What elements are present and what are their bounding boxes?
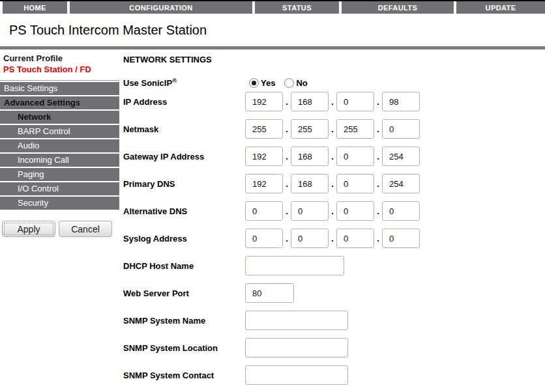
gateway-label: Gateway IP Address (123, 152, 245, 161)
octet-separator: . (283, 179, 291, 189)
use-sonicip-row: Use SonicIP® Yes No (123, 74, 545, 92)
registered-mark: ® (172, 77, 177, 84)
current-profile-value: PS Touch Station / FD (0, 64, 119, 74)
snmp-system-location-row: SNMP System Location (123, 338, 545, 357)
octet-separator: . (374, 179, 382, 189)
octet-separator: . (283, 234, 291, 244)
primary-dns-octet-1[interactable] (245, 174, 283, 193)
nav-home[interactable]: HOME (3, 1, 67, 14)
primary-dns-octet-4[interactable] (382, 174, 420, 193)
alternative-dns-octet-2[interactable] (291, 201, 329, 221)
dhcp-host-name-input[interactable] (245, 256, 344, 275)
octet-separator: . (374, 124, 382, 134)
sidebar-item-io-control[interactable]: I/O Control (0, 182, 119, 195)
syslog-octet-3[interactable] (336, 229, 374, 248)
top-nav: HOME CONFIGURATION STATUS DEFAULTS UPDAT… (0, 0, 545, 14)
sidebar: Current Profile PS Touch Station / FD Ba… (0, 49, 119, 237)
octet-separator: . (374, 152, 382, 161)
octet-separator: . (374, 234, 382, 244)
snmp-system-contact-label: SNMP System Contact (123, 371, 245, 380)
alternative-dns-row: Alternative DNS . . . (123, 201, 545, 221)
syslog-address-label: Syslog Address (123, 234, 245, 244)
alternative-dns-octet-4[interactable] (382, 201, 420, 221)
nav-defaults[interactable]: DEFAULTS (342, 1, 454, 14)
web-server-port-row: Web Server Port (123, 283, 545, 303)
octet-separator: . (283, 97, 291, 107)
octet-separator: . (329, 124, 336, 134)
gateway-row: Gateway IP Address . . . (123, 147, 545, 166)
sidebar-item-basic-settings[interactable]: Basic Settings (0, 82, 119, 95)
octet-separator: . (329, 179, 336, 189)
nav-configuration[interactable]: CONFIGURATION (70, 1, 252, 14)
primary-dns-row: Primary DNS . . . (123, 174, 545, 193)
gateway-octet-3[interactable] (336, 147, 374, 166)
netmask-octet-4[interactable] (382, 119, 420, 139)
nav-status[interactable]: STATUS (255, 1, 339, 14)
octet-separator: . (329, 97, 336, 107)
syslog-octet-4[interactable] (382, 229, 420, 248)
syslog-octet-2[interactable] (291, 229, 329, 248)
snmp-system-name-label: SNMP System Name (123, 316, 245, 326)
sonicip-no-label: No (296, 78, 307, 88)
dhcp-host-name-label: DHCP Host Name (123, 261, 245, 271)
sidebar-item-advanced-settings[interactable]: Advanced Settings (0, 96, 119, 109)
dhcp-host-name-row: DHCP Host Name (123, 256, 545, 275)
sidebar-item-security[interactable]: Security (0, 197, 119, 210)
primary-dns-octet-2[interactable] (291, 174, 329, 193)
use-sonicip-label: Use SonicIP® (123, 77, 245, 88)
ip-address-octet-4[interactable] (382, 92, 420, 111)
gateway-octet-2[interactable] (291, 147, 329, 166)
netmask-octet-2[interactable] (291, 119, 329, 139)
sidebar-item-network[interactable]: Network (0, 111, 119, 124)
gateway-octet-4[interactable] (382, 147, 420, 166)
sonicip-no-radio[interactable] (284, 78, 294, 88)
octet-separator: . (374, 206, 382, 216)
netmask-row: Netmask . . . (123, 119, 545, 139)
alternative-dns-octet-3[interactable] (336, 201, 374, 221)
alternative-dns-octet-1[interactable] (245, 201, 283, 221)
use-sonicip-label-text: Use SonicIP (123, 79, 172, 89)
web-server-port-label: Web Server Port (123, 288, 245, 298)
octet-separator: . (283, 124, 291, 134)
ip-address-octet-1[interactable] (245, 92, 283, 111)
snmp-system-name-row: SNMP System Name (123, 311, 545, 330)
netmask-label: Netmask (123, 124, 245, 134)
primary-dns-label: Primary DNS (123, 179, 245, 189)
form-title: NETWORK SETTINGS (123, 55, 545, 64)
snmp-system-location-label: SNMP System Location (123, 343, 245, 353)
octet-separator: . (374, 97, 382, 107)
netmask-octet-1[interactable] (245, 119, 283, 139)
ip-address-octet-2[interactable] (291, 92, 329, 111)
sidebar-item-audio[interactable]: Audio (0, 139, 119, 152)
octet-separator: . (329, 234, 336, 244)
sonicip-yes-radio[interactable] (249, 78, 259, 88)
snmp-system-contact-input[interactable] (245, 365, 348, 385)
snmp-system-contact-row: SNMP System Contact (123, 365, 545, 385)
ip-address-octet-3[interactable] (336, 92, 374, 111)
cancel-button[interactable]: Cancel (59, 221, 112, 237)
syslog-address-row: Syslog Address . . . (123, 229, 545, 248)
nav-update[interactable]: UPDATE (456, 1, 545, 14)
netmask-octet-3[interactable] (336, 119, 374, 139)
sidebar-item-paging[interactable]: Paging (0, 168, 119, 181)
sidebar-item-incoming-call[interactable]: Incoming Call (0, 154, 119, 167)
snmp-system-name-input[interactable] (245, 311, 348, 330)
sidebar-menu: Basic Settings Advanced Settings Network… (0, 80, 119, 210)
gateway-octet-1[interactable] (245, 147, 283, 166)
snmp-system-location-input[interactable] (245, 338, 348, 357)
octet-separator: . (329, 152, 336, 161)
primary-dns-octet-3[interactable] (336, 174, 374, 193)
ip-address-label: IP Address (123, 97, 245, 107)
web-server-port-input[interactable] (245, 283, 294, 303)
sonicip-yes-label: Yes (261, 78, 275, 88)
network-settings-form: NETWORK SETTINGS Use SonicIP® Yes No IP … (119, 49, 545, 392)
syslog-octet-1[interactable] (245, 229, 283, 248)
current-profile-label: Current Profile (0, 53, 119, 63)
octet-separator: . (329, 206, 336, 216)
octet-separator: . (283, 206, 291, 216)
apply-button[interactable]: Apply (2, 221, 55, 237)
sidebar-item-barp-control[interactable]: BARP Control (0, 125, 119, 138)
octet-separator: . (283, 152, 291, 161)
page-title: PS Touch Intercom Master Station (9, 21, 545, 38)
alternative-dns-label: Alternative DNS (123, 206, 245, 216)
